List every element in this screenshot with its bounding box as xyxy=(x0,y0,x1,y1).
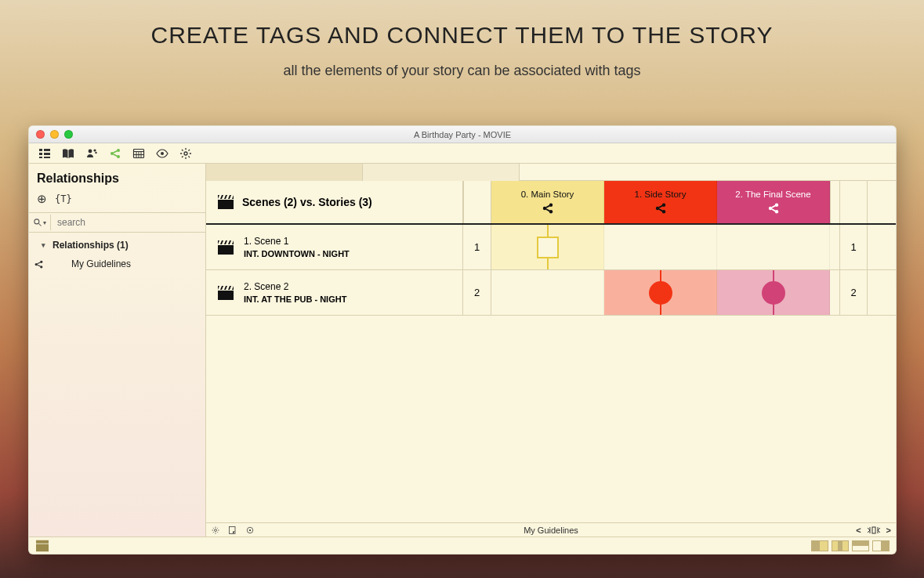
add-button[interactable]: ⊕ xyxy=(37,192,47,206)
scene-title: 1. Scene 1 xyxy=(244,236,350,247)
grid-cell[interactable] xyxy=(717,225,830,269)
svg-line-68 xyxy=(217,527,218,528)
relationship-grid: Scenes (2) vs. Stories (3) 0. Main Story… xyxy=(206,181,896,536)
minimize-window-button[interactable] xyxy=(50,130,59,139)
app-window: A Birthday Party - MOVIE Relationships ⊕ xyxy=(28,125,897,555)
grid-cell[interactable] xyxy=(491,270,604,315)
svg-rect-48 xyxy=(218,245,234,255)
calendar-icon[interactable] xyxy=(132,147,145,160)
tree-item-my-guidelines[interactable]: My Guidelines xyxy=(29,255,205,273)
svg-line-25 xyxy=(188,156,190,157)
prev-button[interactable]: < xyxy=(856,526,861,535)
people-icon[interactable] xyxy=(85,147,98,160)
search-scope-button[interactable]: ▾ xyxy=(29,215,51,230)
svg-point-19 xyxy=(184,152,187,155)
svg-rect-73 xyxy=(36,544,49,551)
window-statusbar xyxy=(29,536,896,554)
row-number: 1 xyxy=(463,225,491,269)
tree-group-relationships[interactable]: Relationships (1) xyxy=(29,236,205,255)
scene-heading: INT. DOWNTOWN - NIGHT xyxy=(244,249,350,258)
svg-point-8 xyxy=(95,151,96,153)
story-header[interactable]: 2. The Final Scene xyxy=(717,181,830,223)
layout-right-button[interactable] xyxy=(872,540,890,551)
grid-cell[interactable] xyxy=(604,270,717,315)
scene-row: 1. Scene 1INT. DOWNTOWN - NIGHT11 xyxy=(206,225,896,270)
note-icon[interactable] xyxy=(228,526,237,535)
grid-cell[interactable] xyxy=(604,225,717,269)
toolbar xyxy=(29,143,896,164)
svg-rect-3 xyxy=(44,153,50,155)
tree-item-label: My Guidelines xyxy=(71,258,131,269)
svg-line-24 xyxy=(182,150,183,151)
story-header[interactable]: 0. Main Story xyxy=(491,181,604,223)
hero-subtitle: all the elements of your story can be as… xyxy=(0,63,924,79)
scene-info[interactable]: 1. Scene 1INT. DOWNTOWN - NIGHT xyxy=(206,225,463,269)
window-controls xyxy=(29,130,73,139)
tree-group-label: Relationships (1) xyxy=(53,240,129,251)
grid-cell[interactable] xyxy=(491,225,604,269)
row-number: 2 xyxy=(463,270,491,315)
row-number-right: 1 xyxy=(839,225,868,269)
window-title: A Birthday Party - MOVIE xyxy=(29,130,896,139)
share-icon xyxy=(34,259,44,269)
grid-cell[interactable] xyxy=(717,270,830,315)
scene-row: 2. Scene 2INT. AT THE PUB - NIGHT22 xyxy=(206,270,896,316)
titlebar: A Birthday Party - MOVIE xyxy=(29,126,896,143)
grid-header: Scenes (2) vs. Stories (3) 0. Main Story… xyxy=(206,181,896,225)
sidebar-tree: Relationships (1) My Guidelines xyxy=(29,233,205,536)
row-number-right: 2 xyxy=(839,270,868,315)
svg-line-26 xyxy=(182,156,183,157)
svg-rect-1 xyxy=(44,149,50,151)
next-button[interactable]: > xyxy=(886,526,891,535)
gear-icon[interactable] xyxy=(179,147,192,160)
grid-status-label: My Guidelines xyxy=(206,526,896,535)
layout-top-button[interactable] xyxy=(852,540,869,551)
template-token-button[interactable]: {T} xyxy=(55,193,72,204)
fit-columns-button[interactable] xyxy=(868,526,880,535)
tab[interactable] xyxy=(206,164,363,181)
scene-info[interactable]: 2. Scene 2INT. AT THE PUB - NIGHT xyxy=(206,270,463,315)
svg-rect-72 xyxy=(872,527,875,533)
layout-left-button[interactable] xyxy=(811,540,828,551)
svg-rect-5 xyxy=(44,157,50,158)
book-icon[interactable] xyxy=(62,147,74,160)
svg-line-65 xyxy=(213,527,214,528)
svg-line-27 xyxy=(188,150,190,151)
main-panel: Scenes (2) vs. Stories (3) 0. Main Story… xyxy=(206,164,896,536)
target-icon[interactable] xyxy=(245,526,255,535)
hero-title: CREATE TAGS AND CONNECT THEM TO THE STOR… xyxy=(0,22,924,49)
svg-point-6 xyxy=(89,149,92,153)
clapper-icon xyxy=(217,285,234,301)
svg-rect-54 xyxy=(218,291,234,300)
tabstrip xyxy=(206,164,896,181)
svg-marker-74 xyxy=(36,540,49,543)
svg-rect-2 xyxy=(39,153,42,155)
svg-rect-0 xyxy=(39,149,42,151)
sidebar-title: Relationships xyxy=(29,164,205,190)
svg-line-67 xyxy=(213,532,214,533)
story-header[interactable]: 1. Side Story xyxy=(604,181,717,223)
svg-point-18 xyxy=(161,152,164,155)
clapper-icon xyxy=(35,540,49,552)
tab[interactable] xyxy=(363,164,520,181)
close-window-button[interactable] xyxy=(36,130,45,139)
svg-point-9 xyxy=(111,152,114,155)
svg-rect-4 xyxy=(39,157,42,158)
grid-header-label: Scenes (2) vs. Stories (3) xyxy=(242,196,372,208)
story-label: 2. The Final Scene xyxy=(735,190,810,199)
eye-icon[interactable] xyxy=(156,147,168,160)
zoom-window-button[interactable] xyxy=(64,130,73,139)
svg-point-28 xyxy=(34,219,39,224)
share-icon[interactable] xyxy=(109,147,121,160)
hero: CREATE TAGS AND CONNECT THEM TO THE STOR… xyxy=(0,0,924,93)
svg-point-71 xyxy=(249,529,251,530)
layout-center-button[interactable] xyxy=(832,540,849,551)
outline-icon[interactable] xyxy=(38,147,51,160)
svg-line-66 xyxy=(217,532,218,533)
gear-icon[interactable] xyxy=(211,526,220,535)
svg-point-7 xyxy=(93,149,96,151)
scene-heading: INT. AT THE PUB - NIGHT xyxy=(244,294,346,304)
svg-point-30 xyxy=(35,262,38,265)
search-input[interactable] xyxy=(51,213,205,232)
sidebar: Relationships ⊕ {T} ▾ Relationships (1) xyxy=(29,164,206,536)
